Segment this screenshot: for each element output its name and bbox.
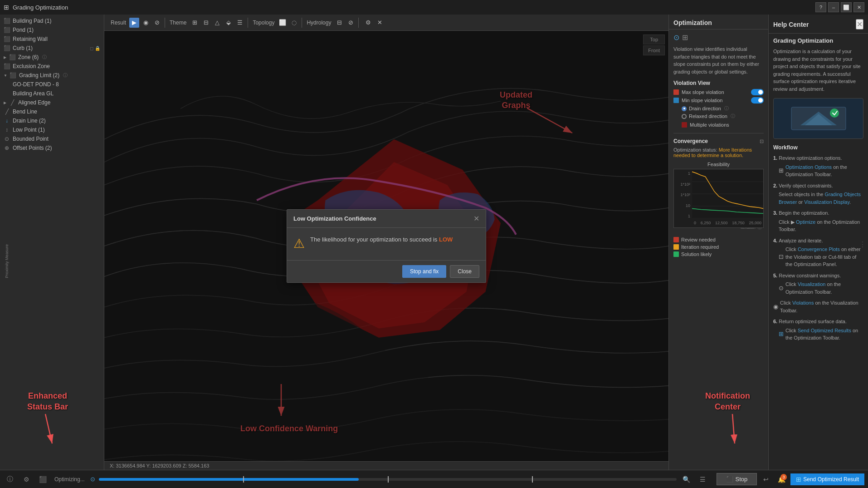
settings-status-btn[interactable]: ⚙	[20, 473, 33, 486]
send-optimized-result-button[interactable]: ⊞ Send Optimized Result	[790, 473, 864, 485]
help-button[interactable]: ?	[815, 2, 826, 12]
modal-close-btn[interactable]: Close	[450, 265, 479, 278]
hydrology-btn-1[interactable]: ⊟	[334, 18, 344, 28]
topology-btn-2[interactable]: ◌	[289, 18, 299, 28]
sidebar-item-low-point[interactable]: ↕ Low Point (1)	[0, 125, 104, 134]
opt-icon-1: ⊙	[673, 33, 679, 42]
sidebar-label-curb: Curb (1)	[13, 45, 33, 51]
offset-points-icon: ⊕	[4, 145, 10, 151]
step-5-num: 5.	[773, 273, 779, 278]
notification-button[interactable]: 🔔 3	[775, 473, 788, 486]
toolbar-close-btn[interactable]: ✕	[375, 18, 385, 28]
step-3-text: Begin the optimization.	[779, 210, 829, 216]
coordinates-text: X: 3136654.984 Y: 1629203.609 Z: 5584.16…	[110, 463, 209, 468]
sidebar-item-bend-line[interactable]: ╱ Bend Line	[0, 107, 104, 116]
theme-btn-2[interactable]: ⊟	[201, 18, 211, 28]
theme-btn-1[interactable]: ⊞	[190, 18, 200, 28]
modal-close-button[interactable]: ✕	[473, 214, 479, 223]
hydrology-btn-2[interactable]: ⊘	[346, 18, 356, 28]
zone-info-icon: ⓘ	[42, 54, 47, 60]
sidebar-item-curb[interactable]: ⬛ Curb (1) ◻ 🔒	[0, 44, 104, 53]
stop-label: Stop	[736, 476, 748, 483]
grading-status-btn[interactable]: ⬛	[36, 473, 49, 486]
result-btn-2[interactable]: ◉	[141, 18, 151, 28]
max-slope-label: Max slope violation	[682, 89, 724, 95]
theme-btn-5[interactable]: ☰	[235, 18, 245, 28]
sidebar-item-drain-line[interactable]: ↓ Drain Line (2)	[0, 116, 104, 125]
opt-panel-title: Optimization	[673, 19, 712, 26]
topology-btn-1[interactable]: ⬜	[278, 18, 288, 28]
sidebar-item-aligned-edge[interactable]: ▶ ╱ Aligned Edge	[0, 98, 104, 107]
step-1-action-text: Optimization Options on the Optimization…	[785, 163, 863, 178]
aligned-edge-expand-icon: ▶	[4, 101, 6, 105]
progress-marker-1	[243, 476, 244, 483]
sidebar-item-retaining-wall[interactable]: ⬛ Retaining Wall	[0, 35, 104, 44]
sidebar-item-bounded-point[interactable]: ⊙ Bounded Point	[0, 134, 104, 143]
x-label-2: 12,500	[715, 221, 728, 225]
step-3-action: Click ▶ Optimize on the Optimization Too…	[773, 218, 863, 233]
drain-radio[interactable]	[682, 106, 687, 111]
sidebar-item-building-area-gl[interactable]: Building Area GL	[0, 89, 104, 98]
step-4-link[interactable]: Convergence Plots	[798, 246, 840, 252]
legend-solution-label: Solution likely	[681, 251, 712, 257]
step-3-link[interactable]: Optimize	[796, 219, 815, 225]
step-5b-link[interactable]: Violations	[792, 300, 814, 306]
chart-svg	[692, 169, 763, 218]
app-icon: ⊞	[4, 4, 9, 11]
step-5-link[interactable]: Visualization	[798, 281, 826, 287]
sidebar-item-offset-points[interactable]: ⊕ Offset Points (2)	[0, 143, 104, 153]
step-5-action: ⊙ Click Visualization on the Optimizatio…	[773, 281, 863, 296]
step-5b-action: ◉ Click Violations on the Visualization …	[773, 299, 863, 314]
min-slope-toggle[interactable]	[751, 97, 764, 104]
opt-status-prefix: Optimization status:	[673, 147, 719, 153]
max-slope-toggle[interactable]	[751, 89, 764, 95]
sidebar-item-exclusion[interactable]: ⬛ Exclusion Zone	[0, 62, 104, 71]
theme-btn-4[interactable]: ⬙	[224, 18, 234, 28]
step-1-action: ⊞ Optimization Options on the Optimizati…	[773, 163, 863, 178]
modal-header: Low Optimization Confidence ✕	[287, 210, 486, 228]
step-6-link[interactable]: Send Optimized Results	[798, 328, 851, 333]
zoom-btn[interactable]: 🔍	[680, 473, 693, 486]
stop-and-fix-button[interactable]: Stop and fix	[402, 265, 446, 278]
progress-bar-container	[99, 478, 677, 481]
warning-icon: ⚠	[293, 236, 305, 251]
workflow-step-4: 4. Analyze and iterate. ⊡ Click Converge…	[773, 237, 863, 268]
settings-btn[interactable]: ⚙	[363, 18, 373, 28]
list-status-btn[interactable]: ☰	[697, 473, 709, 486]
step-6-text: Return optimized surface data.	[779, 319, 847, 324]
minimize-button[interactable]: –	[828, 2, 839, 12]
sidebar-item-building-pad[interactable]: ⬛ Building Pad (1)	[0, 16, 104, 25]
legend-red	[673, 237, 679, 242]
exclusion-icon: ⬛	[4, 63, 10, 69]
help-panel: Help Center ✕ Grading Optimization Optim…	[768, 15, 868, 470]
sidebar-item-grading-limit[interactable]: ▼ ⬛ Grading Limit (2) ⓘ	[0, 71, 104, 80]
help-close-button[interactable]: ✕	[856, 19, 863, 30]
result-btn-1[interactable]: ▶	[129, 18, 139, 28]
step-1-link[interactable]: Optimization Options	[785, 164, 832, 170]
modal-keyword: LOW	[439, 236, 453, 243]
legend-orange	[673, 244, 679, 250]
viewport[interactable]: Top Front Low Optimization Confidence ✕ …	[104, 31, 668, 461]
restore-button[interactable]: ⬜	[841, 2, 852, 12]
relaxed-radio[interactable]	[682, 114, 687, 119]
convergence-expand-btn[interactable]: ⊡	[760, 138, 764, 144]
coord-bar: X: 3136654.984 Y: 1629203.609 Z: 5584.16…	[104, 461, 668, 470]
optimizing-icon: ⊙	[90, 476, 95, 483]
topology-group: Topology ⬜ ◌	[250, 18, 302, 28]
stop-button[interactable]: ⬛ Stop	[717, 473, 757, 485]
sidebar-item-zone[interactable]: ▶ ⬛ Zone (6) ⓘ	[0, 53, 104, 62]
step-4-action: ⊡ Click Convergence Plots on either the …	[773, 246, 863, 268]
sidebar-label-offset-points: Offset Points (2)	[13, 145, 52, 151]
relaxed-info-icon: ⓘ	[731, 113, 735, 119]
info-status-btn[interactable]: ⓘ	[4, 473, 16, 486]
aligned-edge-icon: ╱	[9, 99, 15, 106]
theme-btn-3[interactable]: △	[212, 18, 222, 28]
bend-line-icon: ╱	[4, 108, 10, 115]
sidebar-item-pond[interactable]: ⬛ Pond (1)	[0, 25, 104, 35]
step-2-link2[interactable]: Visualization Display	[804, 199, 849, 205]
undo-button[interactable]: ↩	[760, 473, 772, 486]
close-button[interactable]: ✕	[853, 2, 864, 12]
sidebar-item-go-det-pond[interactable]: GO-DET POND - 8	[0, 80, 104, 89]
title-bar: ⊞ Grading Optimization ? – ⬜ ✕	[0, 0, 868, 15]
result-btn-3[interactable]: ⊘	[152, 18, 162, 28]
